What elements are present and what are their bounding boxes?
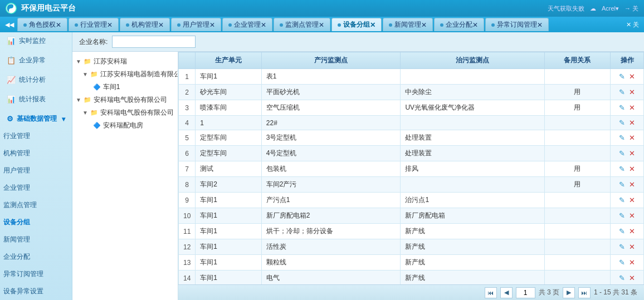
- nav-dot: [126, 23, 129, 27]
- delete-btn[interactable]: ✕: [629, 227, 635, 235]
- delete-btn[interactable]: ✕: [629, 180, 635, 189]
- tree-item-peidianfang[interactable]: 🔷 安科瑞配电房: [72, 119, 178, 132]
- report-icon: 📊: [7, 95, 16, 104]
- edit-btn[interactable]: ✎: [619, 88, 625, 96]
- cell-backup: [544, 116, 610, 130]
- edit-btn[interactable]: ✎: [619, 196, 625, 204]
- cell-prod: 空气压缩机: [261, 100, 401, 116]
- sidebar-item-device-group[interactable]: 设备分组: [0, 214, 72, 231]
- folder-icon: 📁: [84, 96, 91, 104]
- delete-btn[interactable]: ✕: [629, 258, 635, 267]
- sidebar-item-industry[interactable]: 行业管理: [0, 127, 72, 145]
- delete-btn[interactable]: ✕: [629, 72, 635, 81]
- nav-item-industry[interactable]: 行业管理 ✕: [69, 18, 119, 31]
- cell-treat: [401, 177, 544, 193]
- tree-arrow-icon: ▼: [82, 71, 88, 77]
- sidebar-item-device-abnormal[interactable]: 设备异常设置: [0, 283, 72, 300]
- nav-item-enterprise[interactable]: 企业管理 ✕: [222, 18, 272, 31]
- sidebar-item-stats[interactable]: 📈 统计分析: [0, 71, 72, 88]
- nav-item-distribute[interactable]: 企业分配 ✕: [434, 18, 484, 31]
- edit-btn[interactable]: ✎: [619, 119, 625, 127]
- delete-btn[interactable]: ✕: [629, 149, 635, 158]
- cell-prod: 4号定型机: [261, 146, 401, 161]
- sidebar-item-org-mgmt[interactable]: 机构管理: [0, 145, 72, 162]
- table-row: 7 测试 包装机 排风 用 ✎ ✕: [179, 161, 644, 177]
- delete-btn[interactable]: ✕: [629, 212, 635, 220]
- edit-btn[interactable]: ✎: [619, 149, 625, 158]
- cell-backup: [544, 193, 610, 208]
- cell-unit: 车间1: [196, 255, 261, 271]
- tree-item-workshop1[interactable]: 🔷 车间1: [72, 81, 178, 94]
- delete-btn[interactable]: ✕: [629, 196, 635, 204]
- delete-btn[interactable]: ✕: [629, 119, 635, 127]
- page-last-btn[interactable]: ⏭: [578, 287, 591, 298]
- sidebar-item-realtime[interactable]: 📊 实时监控: [0, 32, 72, 50]
- edit-btn[interactable]: ✎: [619, 227, 625, 235]
- file-icon: 🔷: [93, 83, 101, 91]
- cell-unit: 砂光车间: [196, 85, 261, 100]
- tree-item-ankerei[interactable]: ▼ 📁 安科瑞电气股份有限公司: [72, 94, 178, 106]
- edit-btn[interactable]: ✎: [619, 72, 625, 81]
- nav-item-monitor[interactable]: 监测点管理 ✕: [274, 18, 330, 31]
- edit-btn[interactable]: ✎: [619, 180, 625, 189]
- page-input[interactable]: [516, 287, 535, 298]
- sidebar-item-abnormal-sub[interactable]: 异常订阅管理: [0, 265, 72, 283]
- delete-btn[interactable]: ✕: [629, 165, 635, 173]
- cell-num: 13: [179, 255, 196, 271]
- cell-num: 11: [179, 224, 196, 239]
- nav-item-abnormal[interactable]: 异常订阅管理 ✕: [485, 18, 549, 31]
- cell-prod: 车间2产污: [261, 177, 401, 193]
- cell-prod: 3号定型机: [261, 130, 401, 146]
- user-menu[interactable]: Acrel▾: [602, 5, 619, 12]
- tree-item-ankerei-sub[interactable]: ▼ 📁 安科瑞电气股份有限公司: [72, 106, 178, 119]
- delete-btn[interactable]: ✕: [629, 134, 635, 142]
- sidebar-item-user-mgmt[interactable]: 用户管理: [0, 162, 72, 179]
- sidebar-item-monitor-mgmt[interactable]: 监测点管理: [0, 196, 72, 214]
- cell-unit: 1: [196, 116, 261, 130]
- sidebar-item-enterprise-mgmt[interactable]: 企业管理: [0, 179, 72, 196]
- nav-item-news[interactable]: 新闻管理 ✕: [383, 18, 433, 31]
- sidebar-item-reports[interactable]: 📊 统计报表: [0, 91, 72, 108]
- search-input[interactable]: [112, 36, 196, 48]
- data-table: 生产单元 产污监测点 治污监测点 备用关系 操作 1 车间1 表1 ✎ ✕: [178, 52, 644, 284]
- delete-btn[interactable]: ✕: [629, 274, 635, 282]
- cell-action: ✎ ✕: [611, 208, 644, 224]
- sidebar-item-basic-data[interactable]: ⚙ 基础数据管理 ▾: [0, 110, 72, 127]
- sidebar-item-enterprise-abnormal[interactable]: 📋 企业异常: [0, 52, 72, 69]
- col-header-prod: 产污监测点: [261, 52, 401, 69]
- edit-btn[interactable]: ✎: [619, 134, 625, 142]
- edit-btn[interactable]: ✎: [619, 258, 625, 267]
- logout-btn[interactable]: → 关: [625, 4, 638, 13]
- edit-btn[interactable]: ✎: [619, 104, 625, 112]
- sidebar-item-news-mgmt[interactable]: 新闻管理: [0, 231, 72, 248]
- nav-item-user[interactable]: 用户管理 ✕: [171, 18, 221, 31]
- page-prev-btn[interactable]: ◀: [500, 287, 513, 298]
- edit-btn[interactable]: ✎: [619, 212, 625, 220]
- edit-btn[interactable]: ✎: [619, 165, 625, 173]
- nav-close[interactable]: ✕ 关: [624, 21, 641, 29]
- pagination: ⏮ ◀ 共 3 页 ▶ ⏭ 1 - 15 共 31 条: [178, 284, 644, 300]
- nav-item-role[interactable]: 角色授权 ✕: [17, 18, 67, 31]
- edit-btn[interactable]: ✎: [619, 243, 625, 251]
- search-bar: 企业名称:: [72, 32, 644, 52]
- tree-arrow-icon: ▼: [82, 110, 88, 116]
- cell-action: ✎ ✕: [611, 85, 644, 100]
- edit-btn[interactable]: ✎: [619, 274, 625, 282]
- page-next-btn[interactable]: ▶: [563, 287, 575, 298]
- delete-btn[interactable]: ✕: [629, 88, 635, 96]
- sidebar-item-distribute[interactable]: 企业分配: [0, 248, 72, 265]
- cell-unit: 定型车间: [196, 146, 261, 161]
- nav-item-device-group[interactable]: 设备分组 ✕: [331, 18, 382, 31]
- page-first-btn[interactable]: ⏮: [485, 287, 497, 298]
- nav-item-org[interactable]: 机构管理 ✕: [120, 18, 170, 31]
- delete-btn[interactable]: ✕: [629, 243, 635, 251]
- tree-item-jiangsu-sub[interactable]: ▼ 📁 江苏安科瑞电器制造有限公司: [72, 68, 178, 81]
- tree-item-jiangsu[interactable]: ▼ 📁 江苏安科瑞: [72, 55, 178, 68]
- tree-arrow-icon: ▼: [76, 58, 81, 65]
- cell-num: 10: [179, 208, 196, 224]
- delete-btn[interactable]: ✕: [629, 104, 635, 112]
- nav-prev[interactable]: ◀◀: [3, 21, 16, 28]
- tree-file-icon: [89, 122, 91, 129]
- settings-icon: ⚙: [7, 115, 13, 123]
- total-pages-label: 共 3 页: [539, 288, 559, 297]
